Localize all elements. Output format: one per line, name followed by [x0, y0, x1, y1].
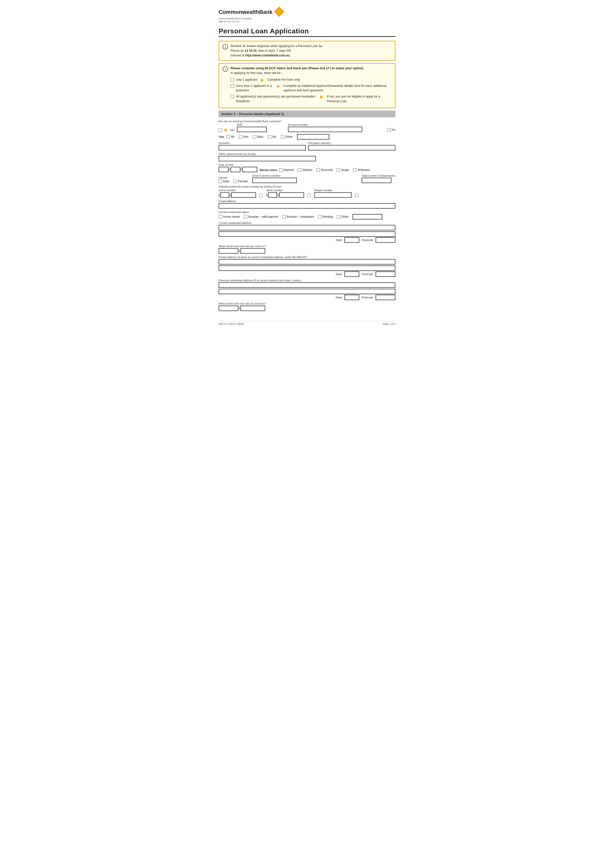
home-owner-checkbox[interactable] — [219, 215, 222, 219]
info-url: http://www.commbank.com.au — [246, 54, 290, 57]
miss-checkbox[interactable] — [253, 135, 256, 139]
info-box-instructions: i Please complete using BLOCK letters an… — [219, 63, 395, 108]
current-address-input2[interactable] — [219, 231, 395, 237]
yes-checkbox[interactable] — [219, 129, 222, 132]
defacto-checkbox[interactable] — [298, 168, 301, 172]
work-number-group: Work number ( ) — [266, 189, 304, 198]
work-area-input[interactable] — [268, 192, 277, 198]
defacto-option[interactable]: Defacto — [298, 168, 312, 172]
work-phone-field: ( ) — [266, 192, 304, 198]
mobile-input[interactable] — [314, 192, 351, 198]
prev-move-in-year[interactable] — [240, 305, 265, 311]
other-title-input[interactable] — [297, 134, 329, 140]
male-checkbox[interactable] — [219, 180, 222, 183]
option1-checkbox[interactable] — [230, 78, 234, 81]
divorced-option[interactable]: Divorced — [316, 168, 333, 172]
postal-address-input2[interactable] — [219, 265, 395, 271]
widowed-checkbox[interactable] — [353, 168, 356, 172]
single-option[interactable]: Single — [336, 168, 349, 172]
section1-title: Section 1 – Personal details (Applicant … — [221, 112, 284, 116]
renting-checkbox[interactable] — [318, 215, 322, 219]
dob-year[interactable] — [242, 167, 257, 172]
boarder-elsewhere-checkbox[interactable] — [282, 215, 286, 219]
mobile-preferred-checkbox[interactable] — [355, 194, 359, 197]
mr-label: Mr — [231, 135, 235, 139]
dob-month[interactable] — [230, 167, 240, 172]
mrs-checkbox[interactable] — [239, 135, 242, 139]
single-checkbox[interactable] — [336, 168, 340, 172]
previous-postcode-label: Postcode — [362, 296, 373, 299]
option3-checkbox[interactable] — [230, 95, 234, 98]
ms-checkbox[interactable] — [268, 135, 271, 139]
home-area-input[interactable] — [220, 192, 229, 198]
mr-option[interactable]: Mr — [227, 135, 235, 139]
account-number-input[interactable] — [288, 127, 362, 132]
male-option[interactable]: Male — [219, 180, 230, 183]
licence-input[interactable] — [252, 178, 297, 183]
given-name-input[interactable] — [308, 145, 395, 150]
miss-option[interactable]: Miss — [253, 135, 263, 139]
no-checkbox[interactable] — [387, 128, 391, 132]
postal-postcode-input[interactable] — [376, 271, 395, 277]
info-box-contact: i Receive an instant response when apply… — [219, 41, 395, 60]
email-input[interactable] — [219, 203, 395, 209]
boarder-parents-checkbox[interactable] — [244, 215, 247, 219]
female-label: Female — [238, 180, 248, 183]
dependants-input[interactable] — [362, 178, 392, 183]
postal-address-input1[interactable] — [219, 259, 395, 265]
boarder-parents-option[interactable]: Boarder – with parents — [244, 215, 278, 219]
renting-option[interactable]: Renting — [318, 215, 333, 219]
other-names-input[interactable] — [219, 156, 316, 161]
other-status-input[interactable] — [353, 214, 382, 220]
move-in-month[interactable] — [219, 248, 238, 254]
mrs-option[interactable]: Mrs — [239, 135, 248, 139]
other-status-checkbox[interactable] — [337, 215, 340, 219]
previous-address-input1[interactable] — [219, 282, 395, 288]
home-owner-option[interactable]: Home owner — [219, 215, 240, 219]
female-checkbox[interactable] — [233, 180, 237, 183]
move-in-year[interactable] — [240, 248, 265, 254]
previous-address-label: Previous residential address (if at curr… — [219, 279, 395, 282]
previous-state-input[interactable] — [344, 295, 359, 300]
female-option[interactable]: Female — [233, 180, 248, 183]
postal-address-label: Postal address (if same as current resid… — [219, 256, 395, 259]
current-address-input1[interactable] — [219, 225, 395, 230]
gender-group: Gender Male Female — [219, 176, 250, 183]
licence-label: Driver's licence number — [252, 174, 359, 177]
surname-input[interactable] — [219, 145, 306, 150]
surname-group: Surname — [219, 141, 306, 150]
current-postcode-input[interactable] — [376, 237, 395, 243]
option1-arrow — [261, 78, 264, 82]
widowed-option[interactable]: Widowed — [353, 168, 370, 172]
married-checkbox[interactable] — [279, 168, 283, 172]
previous-address-input2[interactable] — [219, 289, 395, 294]
bsb-label: BSB — [237, 123, 286, 126]
prev-move-in-month[interactable] — [219, 305, 238, 311]
mr-checkbox[interactable] — [227, 135, 230, 139]
other-status-label: Other — [341, 215, 348, 219]
ms-option[interactable]: Ms — [268, 135, 276, 139]
previous-address-group: Previous residential address (if at curr… — [219, 279, 395, 300]
postal-state-input[interactable] — [344, 271, 359, 277]
divorced-checkbox[interactable] — [316, 168, 320, 172]
married-option[interactable]: Married — [279, 168, 294, 172]
option1-row: only 1 applicant Complete this form only — [230, 78, 392, 82]
boarder-elsewhere-option[interactable]: Boarder – elsewhere — [282, 215, 314, 219]
other-title-option[interactable]: Other — [281, 135, 293, 139]
previous-postcode-input[interactable] — [376, 295, 395, 300]
home-number-input[interactable] — [231, 192, 256, 198]
dob-day[interactable] — [219, 167, 229, 172]
option3-row: All applicant(s) and guarantor(s) are pe… — [230, 94, 392, 104]
page-title: Personal Loan Application — [219, 27, 395, 37]
bsb-input[interactable] — [237, 127, 267, 132]
prev-move-in-field: / — [219, 305, 265, 311]
other-title-checkbox[interactable] — [281, 135, 284, 139]
work-preferred-checkbox[interactable] — [308, 194, 311, 197]
current-state-input[interactable] — [344, 237, 359, 243]
other-status-option[interactable]: Other — [337, 215, 348, 219]
option2-checkbox[interactable] — [230, 84, 234, 88]
boarder-elsewhere-label: Boarder – elsewhere — [287, 215, 314, 219]
work-number-input[interactable] — [279, 192, 304, 198]
option3-arrow — [320, 95, 323, 99]
home-preferred-checkbox[interactable] — [260, 194, 263, 197]
